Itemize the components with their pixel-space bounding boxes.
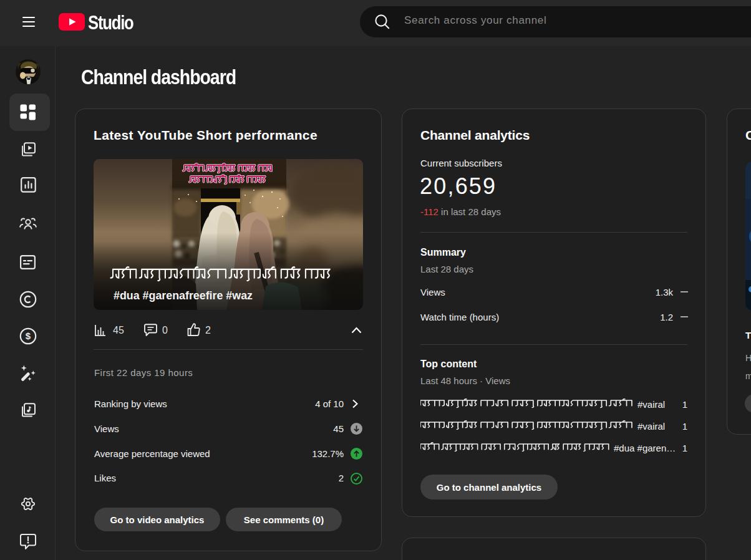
svg-text:$: $ bbox=[26, 331, 31, 341]
svg-text:#dua #garenafreefire #waz: #dua #garenafreefire #waz bbox=[114, 289, 253, 302]
